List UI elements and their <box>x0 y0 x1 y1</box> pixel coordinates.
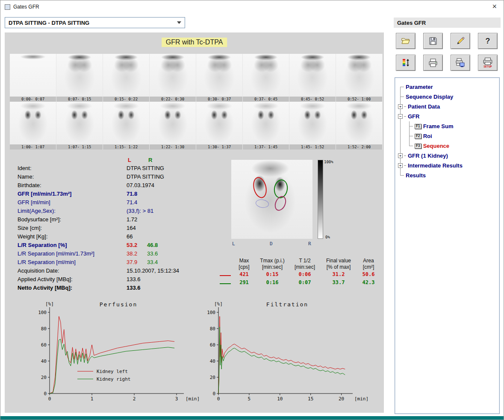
scinti-frame: 0:52- 1:00 <box>336 54 383 102</box>
frame-timestamp: 0:22- 0:30 <box>150 97 196 102</box>
patient-row: Size [cm]:164 <box>18 225 231 233</box>
curve-line-sample <box>218 279 233 286</box>
chart-text: 20 <box>210 375 215 380</box>
chart-text: 20 <box>339 396 344 402</box>
print-button[interactable] <box>423 55 443 71</box>
patient-row-value-right: 46.8 <box>147 242 158 248</box>
patient-row-value: DTPA SITTING <box>127 173 164 180</box>
curve-table-col-header: Area[cm²] <box>357 258 380 270</box>
app-icon <box>5 4 10 10</box>
tree-connector <box>404 156 406 156</box>
chart-text: 20 <box>41 375 47 380</box>
patient-row: Limit(Age,Sex):(33,f): > 81 <box>18 208 231 216</box>
scinti-frame: 0:22- 0:30 <box>150 54 196 102</box>
patient-row: Acquisition Date:15.10.2007, 15:12:34 <box>18 267 231 276</box>
printer-setup-button[interactable]: SETUP <box>478 55 498 71</box>
patient-row-label: Acquisition Date: <box>18 267 59 274</box>
scinti-frame-image <box>103 102 149 144</box>
frame-timestamp: 0:37- 0:45 <box>243 97 289 102</box>
patient-row-value: 66 <box>127 233 133 240</box>
frame-timestamp: 0:45- 0:52 <box>289 97 336 102</box>
curve-color-swatch <box>220 275 231 276</box>
patient-row-label: Size [cm]: <box>18 225 42 231</box>
curve-table-cell: 31.2 <box>320 271 357 278</box>
patient-row-label: Netto Activity [MBq]: <box>18 285 72 291</box>
tree-item-parameter[interactable]: Parameter <box>400 82 499 92</box>
tree-item-patient-data[interactable]: +Patient Data <box>400 102 499 112</box>
chart-text: 10 <box>277 396 283 402</box>
tree-connector <box>400 87 404 87</box>
tree-item-results[interactable]: Results <box>400 170 499 180</box>
tree-item-gfr-1-kidney[interactable]: +GFR (1 Kidney) <box>400 151 499 161</box>
frame-timestamp: 1:22- 1:30 <box>150 144 196 150</box>
tree-connector <box>400 97 404 97</box>
chart-text: [%] <box>45 301 54 307</box>
scinti-frame-image <box>289 102 336 144</box>
save-button[interactable] <box>423 33 443 49</box>
color-scale-button[interactable] <box>396 55 416 71</box>
colorbar-min-label: 0% <box>325 235 330 239</box>
patient-row: Birthdate:07.03.1974 <box>18 182 231 191</box>
help-button[interactable]: ? <box>478 33 498 49</box>
tree-connector <box>409 126 413 126</box>
orientation-dorsal-label: D <box>270 241 273 247</box>
curve-table-row: 2910:160:0733.742.3 <box>218 279 380 287</box>
tree-item-gfr[interactable]: −GFR <box>400 112 499 121</box>
chart-text: 0 <box>48 396 51 402</box>
curve-table-cell: 0:07 <box>289 279 320 286</box>
chart-text: 2 <box>133 396 136 402</box>
tree-connector <box>409 146 413 146</box>
study-selector[interactable]: DTPA SITTING - DTPA SITTING <box>5 17 185 28</box>
patient-row-label: L/R Separation [%] <box>18 242 67 248</box>
roi-left-background[interactable] <box>255 199 269 209</box>
chart-text: 5 <box>248 396 251 402</box>
chart-text: 0 <box>44 391 47 397</box>
tree-item-frame-sum[interactable]: F1Frame Sum <box>409 121 499 131</box>
frame-timestamp: 1:45- 1:52 <box>289 144 336 150</box>
scinti-frame: 1:52- 2:00 <box>336 102 383 150</box>
scinti-frame: 0:15- 0:22 <box>103 54 150 102</box>
scinti-frame-image <box>336 54 382 97</box>
frame-timestamp: 1:52- 2:00 <box>336 144 382 150</box>
tree-item-label: Roi <box>423 133 432 139</box>
roi-image[interactable] <box>231 160 312 239</box>
collapse-icon[interactable]: − <box>398 114 403 119</box>
frame-timestamp: 0:15- 0:22 <box>103 97 149 102</box>
edit-button[interactable] <box>451 33 470 49</box>
patient-row-label: Name: <box>18 173 34 180</box>
tree-connector <box>409 136 413 136</box>
expand-icon[interactable]: + <box>398 104 403 109</box>
expand-icon[interactable]: + <box>398 153 403 158</box>
print-screen-button[interactable] <box>451 55 470 71</box>
report-title: GFR with Tc-DTPA <box>162 38 227 47</box>
tree-item-sequence-display[interactable]: Sequence Display <box>400 92 499 102</box>
roi-right-background[interactable] <box>273 194 289 213</box>
tree-item-intermediate-results[interactable]: +Intermediate Results <box>400 161 499 170</box>
patient-row-label: GFR [ml/min] <box>18 199 50 206</box>
tree-item-label: Patient Data <box>408 103 440 110</box>
tree-item-roi[interactable]: F2Roi <box>409 131 499 141</box>
tree-item-sequence[interactable]: F3Sequence <box>409 141 499 151</box>
curve-table-cell: 0:16 <box>255 279 289 286</box>
scinti-frame-image <box>150 102 196 144</box>
roi-left-kidney[interactable] <box>251 176 268 200</box>
tree-item-label: GFR <box>408 113 419 120</box>
patient-row-value: 133.6 <box>127 276 141 282</box>
scinti-frame: 1:07- 1:15 <box>56 102 103 150</box>
chart-text: 100 <box>207 310 215 315</box>
curve-table-col-header: Max[cps] <box>233 258 255 270</box>
scinti-frame-image <box>103 54 149 97</box>
fkey-badge: F2 <box>415 134 421 139</box>
tree-connector <box>404 106 406 107</box>
curve-table: Max[cps]Tmax (p.i.)[min:sec]T 1/2[min:se… <box>218 255 380 287</box>
scinti-frame-image <box>289 54 336 97</box>
scinti-frame-image <box>150 54 196 97</box>
expand-icon[interactable]: + <box>398 163 403 168</box>
fkey-badge: F1 <box>415 124 421 129</box>
close-button[interactable]: × <box>492 2 497 11</box>
floppy-disk-icon <box>428 36 438 46</box>
open-button[interactable] <box>396 33 416 49</box>
patient-row-label: Ident: <box>18 165 32 171</box>
curve-table-col-header: Tmax (p.i.)[min:sec] <box>255 258 289 270</box>
printer-icon <box>427 58 439 68</box>
